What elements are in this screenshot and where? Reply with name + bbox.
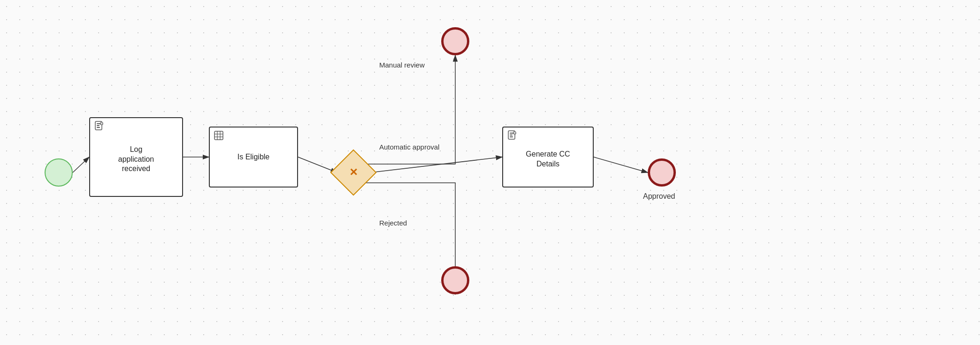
task-log-label: Log application received [114, 145, 159, 174]
table-icon [214, 130, 224, 142]
conn-gateway-generate [371, 157, 502, 172]
conn-generate-approved [594, 157, 648, 172]
script-icon-2: </> [507, 130, 517, 142]
gateway-exclusive: ✕ [330, 150, 377, 196]
bpmn-canvas: </> Log application received Is Eligible… [0, 0, 980, 345]
approved-label: Approved [643, 192, 675, 201]
end-event-rejected [441, 266, 469, 294]
svg-rect-3 [97, 125, 100, 126]
start-event [45, 158, 73, 187]
task-log-application[interactable]: </> Log application received [89, 117, 183, 197]
automatic-approval-label: Automatic approval [379, 143, 439, 151]
task-generate-label: Generate CC Details [521, 150, 574, 169]
task-is-eligible[interactable]: Is Eligible [209, 127, 298, 188]
conn-eligible-gateway [298, 157, 337, 172]
svg-rect-14 [510, 135, 513, 135]
script-icon: </> [94, 121, 104, 133]
rejected-label: Rejected [379, 219, 407, 227]
conn-gateway-rejected [353, 183, 455, 294]
end-event-approved [648, 158, 676, 187]
gateway-x-icon: ✕ [349, 166, 358, 179]
task-generate-cc[interactable]: </> Generate CC Details [502, 127, 594, 188]
manual-review-label: Manual review [379, 61, 425, 69]
task-eligible-label: Is Eligible [233, 152, 274, 162]
svg-text:</>: </> [100, 122, 103, 125]
svg-rect-4 [97, 127, 100, 128]
svg-rect-15 [510, 136, 513, 137]
conn-start-log [73, 157, 89, 172]
svg-rect-7 [214, 131, 223, 140]
end-event-manual [441, 27, 469, 55]
svg-text:</>: </> [513, 132, 516, 135]
